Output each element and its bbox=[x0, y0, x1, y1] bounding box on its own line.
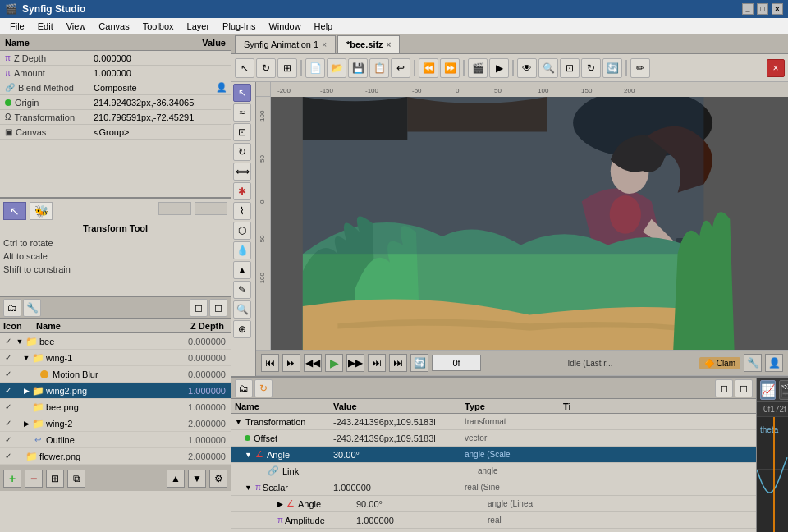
tl-tab-render[interactable]: 🎬 bbox=[779, 380, 788, 400]
canvas-tool-pencil[interactable]: ✏ bbox=[630, 58, 650, 78]
menu-view[interactable]: View bbox=[60, 20, 93, 33]
layer-check-outline[interactable]: ✓ bbox=[5, 435, 11, 444]
expand-icon-angle[interactable]: ▼ bbox=[245, 451, 252, 459]
menu-window[interactable]: Window bbox=[262, 20, 307, 33]
tool-feather[interactable]: ⬡ bbox=[233, 222, 251, 240]
close-button[interactable]: × bbox=[772, 3, 783, 15]
playback-loop[interactable]: 🔄 bbox=[410, 354, 428, 372]
layers-settings-btn[interactable]: ⚙ bbox=[209, 470, 227, 488]
params-toolbar-btn2[interactable]: ↻ bbox=[254, 379, 273, 397]
canvas-tool-save-as[interactable]: 📋 bbox=[369, 58, 389, 78]
canvas-tool-7[interactable]: ↻ bbox=[581, 58, 601, 78]
layer-check-motionblur[interactable]: ✓ bbox=[5, 369, 11, 378]
canvas-tool-render[interactable]: 🎬 bbox=[468, 58, 488, 78]
layer-row-bee[interactable]: ✓ ▼ 📁 bee 0.000000 bbox=[0, 333, 231, 350]
layer-row-wing2png[interactable]: ✓ ▶ 📁 wing2.png 1.000000 bbox=[0, 383, 231, 399]
menu-plugins[interactable]: Plug-Ins bbox=[216, 20, 262, 33]
layer-expand-bee[interactable]: ▼ bbox=[15, 337, 25, 346]
layer-row-flowerpng[interactable]: ✓ 📁 flower.png 2.000000 bbox=[0, 448, 231, 465]
tool-magnet[interactable]: 🔍 bbox=[233, 300, 251, 319]
playback-end[interactable]: ⏭ bbox=[389, 354, 407, 372]
playback-prev-frame[interactable]: ◀◀ bbox=[304, 354, 322, 372]
canvas-tool-preview[interactable]: ▶ bbox=[489, 58, 509, 78]
layer-check-wing1[interactable]: ✓ bbox=[5, 353, 11, 362]
canvas-tool-arrow[interactable]: ↖ bbox=[235, 58, 254, 78]
tool-rotate[interactable]: ↻ bbox=[233, 143, 251, 161]
layer-check-beepng[interactable]: ✓ bbox=[5, 402, 11, 411]
param-row-scalar[interactable]: ▼ π Scalar 1.000000 real (Sine bbox=[231, 479, 756, 496]
tool-draw[interactable]: ✱ bbox=[233, 182, 251, 200]
canvas-tool-save[interactable]: 💾 bbox=[348, 58, 368, 78]
menu-file[interactable]: File bbox=[3, 20, 31, 33]
timeline-cursor[interactable] bbox=[773, 417, 775, 532]
playback-person[interactable]: 👤 bbox=[765, 354, 783, 372]
layers-up-btn[interactable]: ▲ bbox=[167, 470, 185, 488]
tool-option-btn-2[interactable]: 🐝 bbox=[30, 202, 53, 220]
layers-group-btn[interactable]: ⊞ bbox=[46, 470, 64, 488]
layers-dup-btn[interactable]: ⧉ bbox=[67, 470, 85, 488]
layer-row-wing2[interactable]: ✓ ▶ 📁 wing-2 2.000000 bbox=[0, 415, 231, 432]
tool-width[interactable]: ⌇ bbox=[233, 202, 251, 220]
canvas-tool-3[interactable]: ⊞ bbox=[277, 58, 297, 78]
canvas-tool-6[interactable]: ⊡ bbox=[560, 58, 580, 78]
params-toolbar-btn1[interactable]: 🗂 bbox=[235, 379, 253, 397]
layer-row-outline[interactable]: ✓ ↩ Outline 1.000000 bbox=[0, 432, 231, 448]
playback-prev-keyframe[interactable]: ⏭ bbox=[282, 354, 300, 372]
tab-close-synfig[interactable]: × bbox=[322, 40, 327, 49]
tool-transform[interactable]: ↖ bbox=[233, 84, 251, 102]
canvas-tool-new[interactable]: 📄 bbox=[305, 58, 325, 78]
layers-resize-1[interactable]: ◻ bbox=[190, 299, 208, 317]
tab-synfig-animation[interactable]: Synfig Animation 1 × bbox=[235, 35, 336, 53]
canvas-tool-8[interactable]: 🔄 bbox=[602, 58, 622, 78]
timeline-content[interactable]: theta bbox=[757, 417, 788, 532]
menu-layer[interactable]: Layer bbox=[181, 20, 217, 33]
playback-next-keyframe[interactable]: ⏭ bbox=[368, 354, 386, 372]
layer-check-flowerpng[interactable]: ✓ bbox=[5, 452, 11, 461]
param-row-offset[interactable]: Offset -243.241396px,109.5183l vector bbox=[231, 430, 756, 447]
layers-down-btn[interactable]: ▼ bbox=[188, 470, 206, 488]
menu-help[interactable]: Help bbox=[308, 20, 340, 33]
params-resize-2[interactable]: ◻ bbox=[735, 379, 753, 397]
menu-edit[interactable]: Edit bbox=[31, 20, 60, 33]
params-resize-1[interactable]: ◻ bbox=[715, 379, 733, 397]
canvas-close-btn[interactable]: × bbox=[767, 59, 785, 77]
canvas-tool-eye[interactable]: 👁 bbox=[517, 58, 537, 78]
expand-icon-angle2[interactable]: ▶ bbox=[277, 500, 283, 508]
playback-play[interactable]: ▶ bbox=[325, 354, 343, 372]
layers-remove-btn[interactable]: − bbox=[25, 470, 43, 488]
layers-toolbar-btn1[interactable]: 🗂 bbox=[3, 299, 21, 317]
canvas-tool-fwd[interactable]: ⏩ bbox=[440, 58, 460, 78]
playback-next-frame[interactable]: ▶▶ bbox=[346, 354, 364, 372]
menu-canvas[interactable]: Canvas bbox=[92, 20, 135, 33]
canvas-tool-5[interactable]: 🔍 bbox=[538, 58, 558, 78]
layer-check-wing2png[interactable]: ✓ bbox=[5, 386, 11, 395]
canvas-tool-back[interactable]: ⏪ bbox=[419, 58, 438, 78]
layer-expand-wing1[interactable]: ▼ bbox=[21, 354, 31, 362]
layer-row-wing1[interactable]: ✓ ▼ 📁 wing-1 0.000000 bbox=[0, 350, 231, 366]
layer-check-bee[interactable]: ✓ bbox=[5, 337, 11, 346]
tl-tab-graph[interactable]: 📈 bbox=[760, 380, 776, 400]
param-row-transformation[interactable]: ▼ Transformation -243.241396px,109.5183l… bbox=[231, 414, 756, 430]
param-row-link[interactable]: 🔗 Link angle bbox=[231, 463, 756, 479]
minimize-button[interactable]: _ bbox=[742, 3, 754, 15]
param-row-amplitude[interactable]: π Amplitude 1.000000 real bbox=[231, 512, 756, 529]
expand-icon-scalar[interactable]: ▼ bbox=[245, 484, 252, 492]
layers-toolbar-btn2[interactable]: 🔧 bbox=[23, 299, 41, 317]
tool-pencil2[interactable]: ✎ bbox=[233, 281, 251, 299]
tool-eyedrop[interactable]: 💧 bbox=[233, 241, 251, 259]
layers-add-btn[interactable]: + bbox=[3, 470, 21, 488]
tool-scale[interactable]: ⊡ bbox=[233, 123, 251, 141]
menu-toolbox[interactable]: Toolbox bbox=[136, 20, 181, 33]
playback-btn2[interactable]: 🔧 bbox=[744, 354, 762, 372]
layer-row-beepng[interactable]: ✓ 📁 bee.png 1.000000 bbox=[0, 399, 231, 415]
layers-resize-2[interactable]: ◻ bbox=[209, 299, 227, 317]
canvas-content[interactable] bbox=[271, 97, 788, 350]
tool-fill[interactable]: ▲ bbox=[233, 261, 251, 279]
canvas-tool-open[interactable]: 📂 bbox=[327, 58, 346, 78]
layer-expand-wing2[interactable]: ▶ bbox=[21, 420, 31, 428]
maximize-button[interactable]: □ bbox=[757, 3, 768, 15]
tool-smooth-move[interactable]: ≈ bbox=[233, 103, 251, 122]
transform-tool-arrow[interactable]: ↖ bbox=[3, 202, 26, 220]
tool-zoom[interactable]: ⊕ bbox=[233, 320, 251, 338]
tab-close-bee[interactable]: × bbox=[387, 40, 392, 49]
